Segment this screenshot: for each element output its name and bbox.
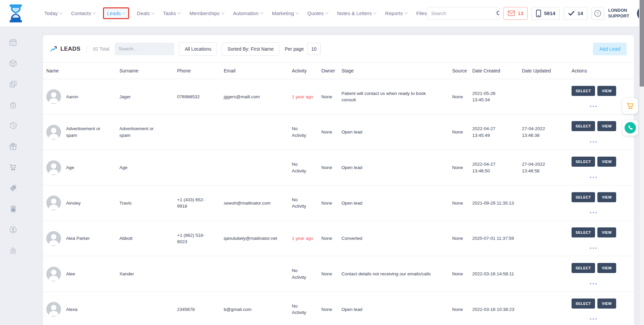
nav-item-contacts[interactable]: Contacts: [71, 10, 95, 16]
lead-owner: None: [318, 129, 338, 136]
nav-item-reports[interactable]: Reports: [385, 10, 407, 16]
table-row[interactable]: Advertisement or spam Advertisement or s…: [43, 115, 634, 150]
select-button[interactable]: SELECT: [572, 86, 595, 96]
sidebar: 12 $: [0, 27, 26, 325]
nav-item-tasks[interactable]: Tasks: [163, 10, 180, 16]
nav-item-deals[interactable]: Deals: [137, 10, 154, 16]
package-icon[interactable]: [9, 59, 17, 68]
lead-name: Alee: [66, 271, 75, 277]
view-button[interactable]: VIEW: [597, 299, 616, 309]
view-button[interactable]: VIEW: [597, 227, 616, 237]
nav-item-files[interactable]: Files: [416, 10, 427, 16]
per-page-select[interactable]: 10: [307, 43, 321, 55]
lead-owner: None: [318, 271, 338, 277]
calendar-icon[interactable]: 12: [9, 38, 17, 47]
select-button[interactable]: SELECT: [572, 263, 595, 273]
person-icon: [46, 160, 61, 175]
leads-search-input[interactable]: [119, 46, 178, 51]
topbar: Today Contacts Leads Deals Tasks Members…: [0, 0, 644, 27]
lead-avatar: [46, 302, 61, 317]
nav-item-marketing[interactable]: Marketing: [272, 10, 299, 16]
table-row[interactable]: Aaron Jager 076986532 jggers@maill.com 1…: [43, 79, 634, 115]
table-row[interactable]: Ainsley Travis +1 (433) 652- 9918 sewoh@…: [43, 185, 634, 221]
per-page-control: Per page 10: [285, 43, 321, 55]
scrollbar-thumb[interactable]: [640, 0, 644, 87]
view-button[interactable]: VIEW: [597, 121, 616, 131]
column-header-date-updated: Date Updated: [519, 68, 568, 73]
column-header-email: Email: [220, 68, 288, 73]
nav-item-notes-letters[interactable]: Notes & Letters: [337, 10, 376, 16]
more-actions-button[interactable]: •••: [572, 141, 616, 143]
nav-item-automation[interactable]: Automation: [233, 10, 263, 16]
select-button[interactable]: SELECT: [572, 227, 595, 237]
select-button[interactable]: SELECT: [572, 157, 595, 167]
nav-item-today[interactable]: Today: [44, 10, 62, 16]
more-actions-button[interactable]: •••: [572, 176, 616, 179]
more-actions-button[interactable]: •••: [572, 282, 616, 285]
search-icon: [496, 10, 499, 16]
lead-avatar: [46, 125, 61, 140]
table-row[interactable]: Alee Xander No Activity None Contact det…: [43, 256, 634, 292]
basket-icon[interactable]: [9, 101, 17, 109]
table-row[interactable]: Alea Parker Abbott +1 (862) 518- 8023 qa…: [43, 221, 634, 257]
calls-badge[interactable]: 5914: [532, 7, 559, 20]
view-button[interactable]: VIEW: [597, 86, 616, 96]
lead-surname: Xander: [116, 271, 174, 277]
copy-icon[interactable]: [9, 80, 17, 89]
lead-owner: None: [318, 164, 338, 171]
select-button[interactable]: SELECT: [572, 121, 595, 131]
more-actions-button[interactable]: •••: [572, 211, 616, 214]
help-button[interactable]: ?: [591, 7, 604, 20]
lead-name: Age: [66, 164, 74, 171]
lead-email: b@gmail.com: [220, 306, 288, 313]
lead-owner: None: [318, 306, 338, 313]
table-row[interactable]: Age Age No Activity None Open lead None …: [43, 150, 634, 185]
phone-icon: [625, 122, 636, 133]
view-button[interactable]: VIEW: [597, 263, 616, 273]
lock-icon[interactable]: [9, 246, 17, 255]
leads-table-body: Aaron Jager 076986532 jggers@maill.com 1…: [43, 79, 634, 325]
table-row[interactable]: Alexa 2345678 b@gmail.com No Activity No…: [43, 292, 634, 325]
select-button[interactable]: SELECT: [572, 299, 595, 309]
global-search-input[interactable]: [427, 7, 496, 19]
nav-item-leads[interactable]: Leads: [103, 7, 129, 19]
tasks-badge[interactable]: 14: [564, 7, 588, 20]
cart-icon[interactable]: [9, 163, 17, 172]
select-button[interactable]: SELECT: [572, 192, 595, 202]
view-button[interactable]: VIEW: [597, 157, 616, 167]
lead-date-created: 2021-09-29 11:35:13: [469, 200, 519, 207]
nav-item-memberships[interactable]: Memberships: [190, 10, 224, 16]
sort-filter-select[interactable]: Sorted By: First Name: [222, 42, 279, 56]
report-icon[interactable]: [9, 205, 17, 213]
price-tag-icon[interactable]: $: [9, 184, 17, 193]
name-cell: Age: [43, 160, 116, 175]
location-filter-select[interactable]: All Locations: [179, 42, 217, 56]
account-icon[interactable]: [9, 225, 17, 234]
more-actions-button[interactable]: •••: [572, 318, 616, 320]
column-header-stage: Stage: [338, 68, 449, 73]
chevron-down-icon: [325, 11, 329, 14]
view-button[interactable]: VIEW: [597, 192, 616, 202]
more-actions-button[interactable]: •••: [572, 105, 616, 108]
actions-cell: SELECT VIEW •••: [568, 221, 634, 256]
lead-activity: 1 year ago: [288, 94, 318, 100]
main-navigation: Today Contacts Leads Deals Tasks Members…: [44, 10, 427, 16]
chevron-down-icon: [122, 11, 126, 14]
messages-badge[interactable]: 13: [503, 7, 528, 20]
column-header-source: Source: [449, 68, 469, 73]
chevron-down-icon: [151, 11, 155, 14]
quick-cart-button[interactable]: [623, 98, 638, 114]
more-actions-button[interactable]: •••: [572, 247, 616, 250]
nav-item-quotes[interactable]: Quotes: [308, 10, 328, 16]
history-icon[interactable]: [9, 121, 17, 130]
add-lead-button[interactable]: Add Lead: [593, 43, 627, 55]
quick-call-button[interactable]: [623, 120, 638, 136]
app-logo[interactable]: [8, 4, 23, 23]
lead-date-created: 2022-03-18 10:38:23: [469, 306, 519, 313]
chevron-down-icon: [260, 11, 263, 14]
gift-icon[interactable]: [9, 142, 17, 151]
user-name: LONDON SUPPORT: [608, 8, 633, 19]
chevron-down-icon: [177, 11, 181, 14]
lead-avatar: [46, 267, 61, 281]
search-submit-button[interactable]: [496, 7, 499, 19]
